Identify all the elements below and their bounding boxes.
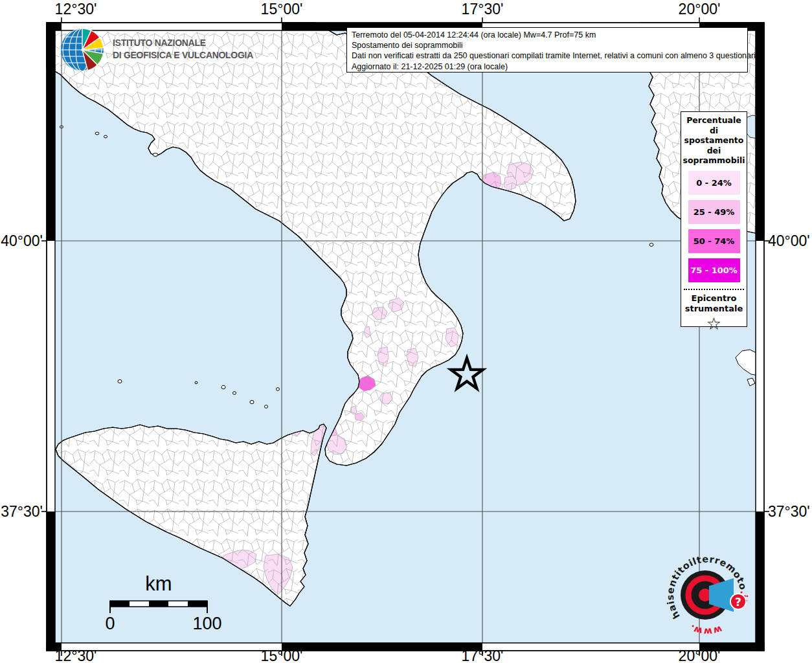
legend-divider <box>684 289 744 290</box>
update-timestamp: Aggiornato il: 21-12-2025 01:29 (ora loc… <box>352 62 743 72</box>
axis-label-top-4: 20°00' <box>679 1 721 18</box>
axis-label-right-1: 40°00' <box>768 232 810 250</box>
scale-end: 100 <box>192 614 221 633</box>
legend-class-50-74: 50 - 74% <box>688 229 740 253</box>
epicenter-legend-label: Epicentro strumentale <box>681 293 747 315</box>
axis-label-top-2: 15°00' <box>261 1 303 18</box>
axis-label-bottom-2: 15°00' <box>261 647 303 663</box>
scale-start: 0 <box>105 614 115 633</box>
haisentitoilterremoto-logo: haisentitoilterremoto.it www. ? <box>665 554 754 643</box>
map-subject: Spostamento dei soprammobili <box>352 40 743 51</box>
earthquake-info-box: Terremoto del 05-04-2014 12:24:44 (ora l… <box>346 27 748 73</box>
axis-label-left-1: 40°00' <box>0 232 43 250</box>
svg-text:?: ? <box>735 596 741 609</box>
map-canvas <box>47 23 764 651</box>
site-logo-www: www. <box>688 623 723 637</box>
axis-label-right-2: 37°30' <box>768 503 810 521</box>
legend-class-0-24: 0 - 24% <box>688 171 740 195</box>
axis-label-bottom-4: 20°00' <box>679 647 721 663</box>
axis-label-left-2: 37°30' <box>0 503 43 521</box>
axis-label-top-1: 12°30' <box>55 1 97 18</box>
scale-unit: km <box>145 572 172 595</box>
ingv-wordmark: ISTITUTO NAZIONALE DI GEOFISICA E VULCAN… <box>113 37 253 62</box>
scale-bar: km 0 100 <box>102 570 238 635</box>
ingv-globe-icon <box>60 27 106 74</box>
legend: Percentuale di spostamento dei soprammob… <box>681 111 747 327</box>
legend-title: Percentuale di spostamento dei soprammob… <box>681 115 747 166</box>
ingv-logo: ISTITUTO NAZIONALE DI GEOFISICA E VULCAN… <box>60 27 234 74</box>
legend-class-25-49: 25 - 49% <box>688 200 740 224</box>
svg-text:www.: www. <box>688 623 723 637</box>
legend-class-75-100: 75 - 100% <box>688 258 740 282</box>
axis-label-bottom-1: 12°30' <box>55 647 97 663</box>
star-icon: ☆ <box>681 315 747 333</box>
axis-label-bottom-3: 17°30' <box>462 647 504 663</box>
axis-label-top-3: 17°30' <box>462 1 504 18</box>
data-disclaimer: Dati non verificati estratti da 250 ques… <box>352 51 743 61</box>
earthquake-title: Terremoto del 05-04-2014 12:24:44 (ora l… <box>352 30 743 40</box>
